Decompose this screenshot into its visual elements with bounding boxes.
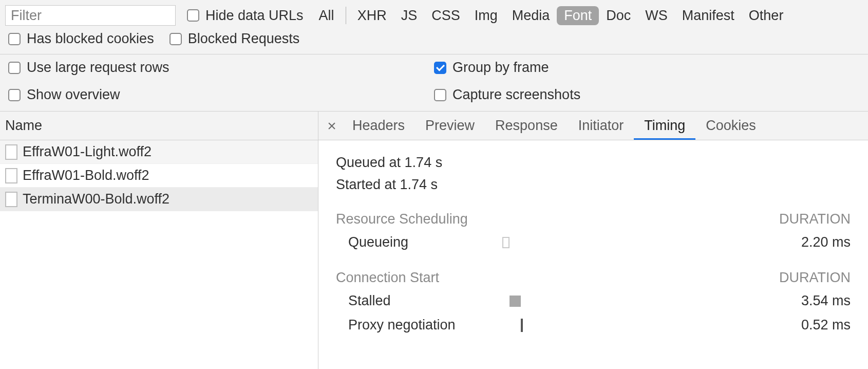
checkbox-icon bbox=[169, 33, 182, 45]
file-icon bbox=[5, 192, 17, 207]
toolbar-row-1: Hide data URLs AllXHRJSCSSImgMediaFontDo… bbox=[5, 3, 863, 31]
request-name: EffraW01-Bold.woff2 bbox=[23, 168, 149, 183]
timing-row-duration: 0.52 ms bbox=[784, 317, 851, 333]
toolbar-row-2: Has blocked cookies Blocked Requests bbox=[5, 31, 863, 49]
hide-data-urls-checkbox[interactable]: Hide data URLs bbox=[187, 8, 304, 24]
request-row[interactable]: EffraW01-Bold.woff2 bbox=[0, 164, 318, 188]
type-filter-other[interactable]: Other bbox=[742, 6, 791, 25]
close-icon[interactable]: × bbox=[322, 117, 342, 135]
queued-at-text: Queued at 1.74 s bbox=[336, 152, 851, 174]
hide-data-urls-label: Hide data URLs bbox=[205, 8, 304, 24]
blocked-requests-label: Blocked Requests bbox=[188, 31, 300, 47]
timing-section: Connection StartDURATIONStalled3.54 msPr… bbox=[336, 267, 851, 337]
file-icon bbox=[5, 168, 17, 183]
timing-detail: Queued at 1.74 s Started at 1.74 s Resou… bbox=[318, 140, 868, 369]
type-filter-doc[interactable]: Doc bbox=[599, 6, 638, 25]
request-row[interactable]: TerminaW00-Bold.woff2 bbox=[0, 188, 318, 211]
show-overview-label: Show overview bbox=[27, 87, 120, 103]
request-row[interactable]: EffraW01-Light.woff2 bbox=[0, 140, 318, 164]
use-large-rows-label: Use large request rows bbox=[27, 60, 169, 76]
capture-screenshots-checkbox[interactable]: Capture screenshots bbox=[434, 87, 860, 103]
timing-section-header: Connection StartDURATION bbox=[336, 267, 851, 289]
timing-bar-area bbox=[502, 293, 784, 309]
type-filter-css[interactable]: CSS bbox=[424, 6, 467, 25]
checkbox-icon bbox=[8, 62, 21, 74]
split-pane: Name EffraW01-Light.woff2EffraW01-Bold.w… bbox=[0, 112, 868, 369]
timing-bar bbox=[521, 319, 523, 332]
timing-row-label: Stalled bbox=[348, 293, 502, 309]
checkbox-icon bbox=[8, 33, 21, 45]
checkbox-icon bbox=[187, 9, 199, 22]
tab-cookies[interactable]: Cookies bbox=[695, 112, 766, 140]
request-name: TerminaW00-Bold.woff2 bbox=[23, 191, 169, 207]
type-filter-font[interactable]: Font bbox=[557, 6, 599, 25]
type-filter-js[interactable]: JS bbox=[394, 6, 425, 25]
started-at-text: Started at 1.74 s bbox=[336, 174, 851, 196]
tab-headers[interactable]: Headers bbox=[342, 112, 415, 140]
timing-row-label: Proxy negotiation bbox=[348, 317, 502, 333]
checkbox-icon bbox=[434, 89, 446, 101]
group-by-frame-checkbox[interactable]: Group by frame bbox=[434, 60, 860, 76]
timing-bar bbox=[510, 296, 521, 307]
type-filter-ws[interactable]: WS bbox=[638, 6, 675, 25]
use-large-rows-checkbox[interactable]: Use large request rows bbox=[8, 60, 434, 76]
toolbar: Hide data URLs AllXHRJSCSSImgMediaFontDo… bbox=[0, 0, 868, 54]
timing-bar-area bbox=[502, 235, 784, 250]
timing-duration-header: DURATION bbox=[779, 270, 851, 286]
timing-row-duration: 2.20 ms bbox=[784, 234, 851, 250]
type-filter-manifest[interactable]: Manifest bbox=[675, 6, 742, 25]
timing-row-duration: 3.54 ms bbox=[784, 293, 851, 309]
timing-row: Proxy negotiation0.52 ms bbox=[336, 313, 851, 337]
type-filter-separator bbox=[346, 7, 346, 24]
timing-section: Resource SchedulingDURATIONQueueing2.20 … bbox=[336, 208, 851, 254]
timing-duration-header: DURATION bbox=[779, 211, 851, 227]
tab-initiator[interactable]: Initiator bbox=[568, 112, 634, 140]
options-col-right: Group by frame Capture screenshots bbox=[434, 60, 860, 103]
detail-tabs: × HeadersPreviewResponseInitiatorTimingC… bbox=[318, 112, 868, 140]
timing-bar-area bbox=[502, 318, 784, 333]
filter-input[interactable] bbox=[5, 5, 176, 26]
show-overview-checkbox[interactable]: Show overview bbox=[8, 87, 434, 103]
timing-section-title: Resource Scheduling bbox=[336, 211, 468, 227]
name-column-header[interactable]: Name bbox=[0, 112, 318, 140]
timing-section-header: Resource SchedulingDURATION bbox=[336, 208, 851, 230]
has-blocked-cookies-checkbox[interactable]: Has blocked cookies bbox=[8, 31, 154, 47]
type-filter-group: AllXHRJSCSSImgMediaFontDocWSManifestOthe… bbox=[312, 6, 791, 25]
file-icon bbox=[5, 144, 17, 160]
checkbox-icon bbox=[434, 62, 446, 74]
type-filter-all[interactable]: All bbox=[312, 6, 342, 25]
request-list-pane: Name EffraW01-Light.woff2EffraW01-Bold.w… bbox=[0, 112, 318, 369]
options-col-left: Use large request rows Show overview bbox=[8, 60, 434, 103]
blocked-requests-checkbox[interactable]: Blocked Requests bbox=[169, 31, 300, 47]
checkbox-icon bbox=[8, 89, 21, 101]
request-name: EffraW01-Light.woff2 bbox=[23, 144, 152, 160]
request-list: EffraW01-Light.woff2EffraW01-Bold.woff2T… bbox=[0, 140, 318, 369]
type-filter-xhr[interactable]: XHR bbox=[350, 6, 394, 25]
type-filter-img[interactable]: Img bbox=[467, 6, 505, 25]
group-by-frame-label: Group by frame bbox=[452, 60, 549, 76]
tab-timing[interactable]: Timing bbox=[634, 112, 695, 140]
tab-preview[interactable]: Preview bbox=[415, 112, 485, 140]
timing-row-label: Queueing bbox=[348, 234, 502, 250]
timing-section-title: Connection Start bbox=[336, 270, 439, 286]
timing-row: Queueing2.20 ms bbox=[336, 230, 851, 254]
capture-screenshots-label: Capture screenshots bbox=[452, 87, 580, 103]
detail-pane: × HeadersPreviewResponseInitiatorTimingC… bbox=[318, 112, 868, 369]
type-filter-media[interactable]: Media bbox=[505, 6, 557, 25]
options-bar: Use large request rows Show overview Gro… bbox=[0, 54, 868, 112]
timing-row: Stalled3.54 ms bbox=[336, 289, 851, 313]
tab-response[interactable]: Response bbox=[485, 112, 568, 140]
timing-bar bbox=[502, 237, 510, 248]
has-blocked-cookies-label: Has blocked cookies bbox=[27, 31, 154, 47]
